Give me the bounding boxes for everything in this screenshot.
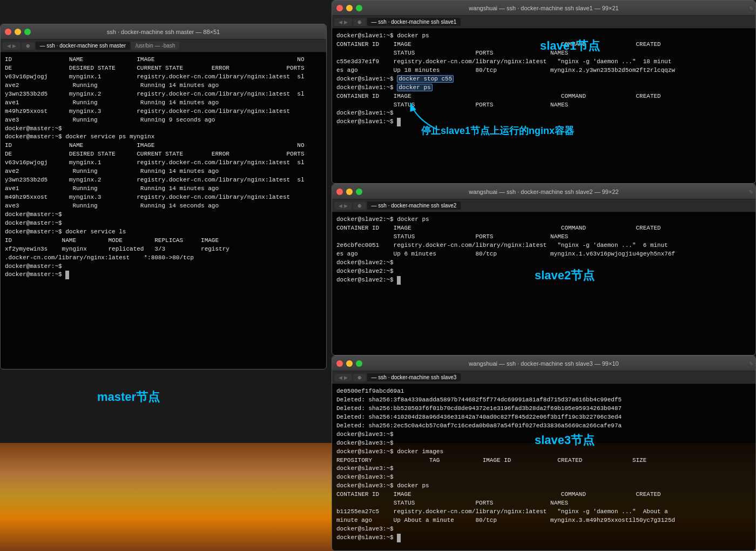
slave3-tab-active[interactable]: — ssh · docker-machine ssh slave3 [367, 373, 461, 381]
slave1-minimize-btn[interactable] [346, 5, 353, 11]
master-window-title: ssh · docker-machine ssh master — 88×51 [107, 29, 220, 35]
label-slave3: slave3节点 [535, 432, 595, 448]
label-stop-action: 停止slave1节点上运行的nginx容器 [421, 124, 574, 137]
slave2-window-title: wangshuai — ssh · docker-machine ssh sla… [469, 189, 618, 195]
stop-cmd-highlight: docker stop c55 [397, 75, 454, 83]
slave2-tab-bar: ◀ ▶ ⊕ — ssh · docker-machine ssh slave2 [332, 199, 755, 212]
slave2-tab-nav[interactable]: ◀ ▶ [334, 202, 352, 210]
terminal-slave3: wangshuai — ssh · docker-machine ssh sla… [332, 355, 756, 551]
maximize-btn[interactable] [24, 29, 31, 35]
slave2-tab-active[interactable]: — ssh · docker-machine ssh slave2 [367, 201, 461, 210]
minimize-btn[interactable] [15, 29, 21, 35]
slave3-minimize-btn[interactable] [346, 360, 353, 367]
slave3-close-btn[interactable] [336, 360, 343, 367]
master-tab-bar: ◀ ▶ ⊕ — ssh · docker-machine ssh master … [1, 39, 326, 52]
slave1-tab-bar: ◀ ▶ ⊕ — ssh · docker-machine ssh slave1 [332, 16, 755, 29]
slave3-tab-nav[interactable]: ◀ ▶ [334, 374, 352, 381]
slave3-tab-add[interactable]: ⊕ [353, 374, 366, 381]
slave1-tab-add[interactable]: ⊕ [353, 18, 366, 26]
slave3-titlebar: wangshuai — ssh · docker-machine ssh sla… [332, 356, 755, 371]
slave3-body: de0500ef1f9abcd69a1 Deleted: sha256:3f8a… [332, 384, 755, 550]
close-btn[interactable] [5, 29, 11, 35]
slave1-close-btn[interactable] [336, 5, 343, 11]
master-tab-2[interactable]: ⊕ [22, 42, 35, 50]
master-content: ID NAME IMAGE NO DE DESIRED STATE CURREN… [5, 56, 322, 279]
slave3-content: de0500ef1f9abcd69a1 Deleted: sha256:3f8a… [336, 387, 751, 542]
slave1-tab-nav[interactable]: ◀ ▶ [334, 18, 352, 26]
slave2-titlebar: wangshuai — ssh · docker-machine ssh sla… [332, 184, 755, 199]
slave3-tab-bar: ◀ ▶ ⊕ — ssh · docker-machine ssh slave3 [332, 371, 755, 384]
master-body: ID NAME IMAGE NO DE DESIRED STATE CURREN… [1, 52, 326, 369]
slave2-close-btn[interactable] [336, 189, 343, 195]
slave2-minimize-btn[interactable] [346, 189, 353, 195]
slave3-maximize-btn[interactable] [356, 360, 362, 367]
slave1-titlebar: wangshuai — ssh · docker-machine ssh sla… [332, 1, 755, 16]
master-tab-1[interactable]: ◀ ▶ [3, 42, 21, 50]
master-tab-bash[interactable]: /usr/bin — -bash [131, 42, 179, 50]
slave1-maximize-btn[interactable] [356, 5, 362, 11]
docker-ps-highlight: docker ps [397, 84, 432, 91]
slave2-body: docker@slave2:~$ docker ps CONTAINER ID … [332, 212, 755, 355]
slave3-window-title: wangshuai — ssh · docker-machine ssh sla… [469, 360, 618, 367]
slave1-tab-active[interactable]: — ssh · docker-machine ssh slave1 [367, 18, 461, 26]
label-slave1: slave1节点 [540, 38, 600, 54]
slave2-maximize-btn[interactable] [356, 189, 362, 195]
master-titlebar: ssh · docker-machine ssh master — 88×51 [1, 24, 326, 39]
terminal-master: ssh · docker-machine ssh master — 88×51 … [0, 24, 327, 369]
slave1-window-title: wangshuai — ssh · docker-machine ssh sla… [469, 5, 618, 11]
slave2-tab-add[interactable]: ⊕ [353, 202, 366, 210]
label-slave2: slave2节点 [535, 267, 595, 284]
master-tab-active[interactable]: — ssh · docker-machine ssh master [36, 42, 131, 50]
label-master: master节点 [97, 389, 160, 405]
terminal-slave1: wangshuai — ssh · docker-machine ssh sla… [332, 0, 756, 184]
